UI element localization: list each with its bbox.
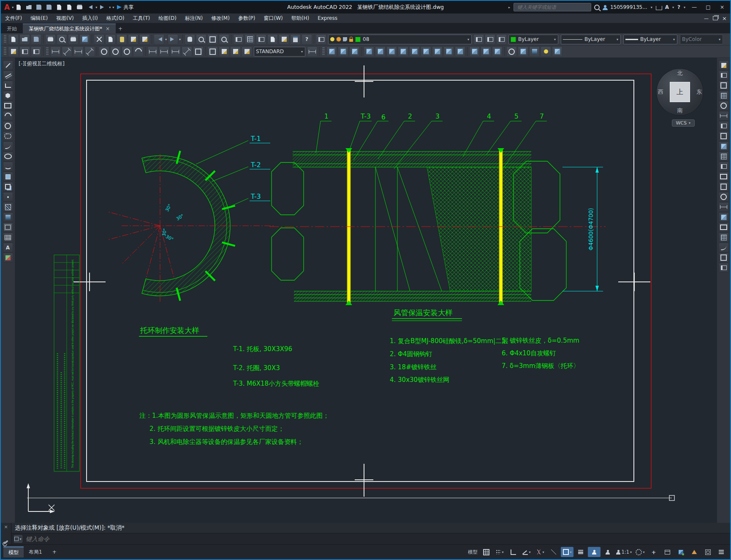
layer-walk-icon[interactable] — [19, 46, 30, 57]
tab-drawing[interactable]: 某钢铁厂烧结机除尘系统设计图* × — [23, 24, 116, 33]
wcs-button[interactable]: WCS ▾ — [672, 119, 695, 127]
layer-match-icon[interactable] — [8, 46, 19, 57]
doc-close-button[interactable]: × — [722, 15, 727, 22]
menu-view[interactable]: 视图(V) — [52, 14, 78, 23]
cut-icon[interactable] — [94, 34, 104, 45]
help-icon[interactable]: ? — [677, 4, 680, 10]
isometric-drafting-toggle[interactable]: ▾ — [534, 547, 546, 557]
account-name[interactable]: 1505999135... — [610, 4, 647, 10]
dim-leader-icon[interactable] — [182, 46, 192, 57]
redo-icon[interactable] — [98, 3, 108, 11]
right-toolbar-icon[interactable] — [719, 60, 729, 70]
dim-diameter-icon[interactable] — [122, 46, 132, 57]
hardware-acceleration-button[interactable] — [674, 547, 687, 557]
revolve-icon[interactable] — [386, 46, 397, 57]
right-toolbar-icon[interactable] — [719, 222, 729, 232]
right-toolbar-icon[interactable] — [719, 172, 729, 181]
table-icon[interactable] — [3, 233, 13, 242]
right-toolbar-icon[interactable] — [719, 202, 729, 212]
dim-angular-icon[interactable] — [133, 46, 144, 57]
dim-edit-icon[interactable] — [219, 46, 229, 57]
search-expand-icon[interactable]: ▸ — [508, 5, 511, 9]
point-icon[interactable] — [3, 192, 13, 202]
layer-caret-icon[interactable]: ▾ — [467, 38, 470, 41]
tab-layout1[interactable]: 布局1 — [24, 547, 47, 557]
open-file-icon[interactable] — [24, 3, 33, 11]
layer-viewport-icon[interactable] — [343, 37, 347, 41]
close-button[interactable]: × — [717, 3, 728, 12]
paste-icon[interactable] — [117, 34, 127, 45]
right-toolbar-icon[interactable] — [719, 263, 729, 273]
right-toolbar-icon[interactable] — [719, 70, 729, 80]
slice-icon[interactable] — [421, 46, 431, 57]
maximize-button[interactable]: □ — [703, 3, 714, 12]
layer-properties-icon[interactable] — [316, 34, 326, 45]
dim-jogged-icon[interactable] — [110, 46, 121, 57]
box-icon[interactable] — [326, 46, 337, 57]
help-caret-icon[interactable]: ▾ — [683, 5, 686, 9]
construction-line-icon[interactable] — [3, 70, 13, 80]
lights-icon[interactable] — [541, 46, 551, 57]
app-store-icon[interactable] — [656, 6, 662, 10]
copy-icon[interactable] — [105, 34, 116, 45]
right-toolbar-icon[interactable] — [719, 151, 729, 161]
qat-customize-caret-icon[interactable]: ▾ — [112, 5, 114, 9]
layer-isolate-icon[interactable] — [496, 34, 507, 45]
polygon-icon[interactable] — [3, 91, 13, 100]
share-button[interactable]: 共享 — [117, 4, 133, 11]
autodesk-app-icon[interactable]: A — [665, 4, 669, 10]
snap-toggle[interactable]: ▾ — [493, 547, 506, 557]
right-toolbar-icon[interactable] — [719, 141, 729, 151]
zoom-window-icon[interactable] — [207, 34, 218, 45]
right-toolbar-icon[interactable] — [719, 192, 729, 202]
3dorbit-icon[interactable] — [506, 46, 517, 57]
designcenter-icon[interactable] — [245, 34, 255, 45]
make-block-icon[interactable] — [3, 182, 13, 192]
multiline-text-icon[interactable]: A — [3, 243, 13, 252]
toolbar-grip[interactable] — [322, 47, 325, 56]
dim-continue-icon[interactable] — [170, 46, 181, 57]
command-customize-icon[interactable] — [3, 540, 8, 545]
annotation-monitor-toggle[interactable]: + — [647, 547, 660, 557]
right-toolbar-icon[interactable] — [719, 111, 729, 121]
zoom-realtime-icon[interactable] — [196, 34, 207, 45]
account-caret-icon[interactable]: ▾ — [650, 5, 653, 9]
account-icon[interactable] — [603, 5, 607, 10]
materials-icon[interactable] — [552, 46, 563, 57]
undo-caret-icon[interactable]: ▾ — [95, 5, 98, 9]
layer-previous-icon[interactable] — [485, 34, 495, 45]
subtract-icon[interactable] — [481, 46, 491, 57]
redo-icon[interactable] — [168, 34, 178, 45]
menu-help[interactable]: 帮助(H) — [287, 14, 313, 23]
dim-aligned-icon[interactable] — [62, 46, 72, 57]
circle-icon[interactable] — [3, 121, 13, 131]
toolbar-grip[interactable] — [4, 35, 6, 43]
revision-cloud-icon[interactable] — [3, 131, 13, 141]
dim-quick-icon[interactable] — [147, 46, 158, 57]
tab-close-icon[interactable]: × — [106, 26, 110, 32]
undo-icon[interactable] — [154, 34, 164, 45]
rectangle-icon[interactable] — [3, 101, 13, 111]
right-toolbar-icon[interactable] — [719, 121, 729, 131]
dim-update-icon[interactable] — [242, 46, 252, 57]
loft-icon[interactable] — [398, 46, 408, 57]
right-toolbar-icon[interactable] — [719, 91, 729, 100]
visual-styles-icon[interactable] — [518, 46, 528, 57]
right-toolbar-icon[interactable] — [719, 182, 729, 192]
publish-icon[interactable] — [68, 34, 79, 45]
customization-button[interactable] — [715, 547, 728, 557]
dimstyle-caret-icon[interactable]: ▾ — [301, 50, 303, 54]
3dalign-icon[interactable] — [455, 46, 465, 57]
doc-minimize-button[interactable]: — — [704, 16, 709, 21]
color-caret-icon[interactable]: ▾ — [554, 38, 556, 41]
3drotate-icon[interactable] — [443, 46, 454, 57]
grid-toggle[interactable] — [480, 547, 492, 557]
menu-insert[interactable]: 插入(I) — [78, 14, 102, 23]
layer-states-icon[interactable] — [473, 34, 484, 45]
layer-thaw-icon[interactable] — [337, 37, 341, 41]
block-editor-icon[interactable] — [139, 34, 150, 45]
right-toolbar-icon[interactable] — [719, 131, 729, 141]
ellipse-arc-icon[interactable] — [3, 162, 13, 171]
viewcube-north[interactable]: 北 — [677, 70, 683, 77]
open-icon[interactable] — [19, 34, 30, 45]
